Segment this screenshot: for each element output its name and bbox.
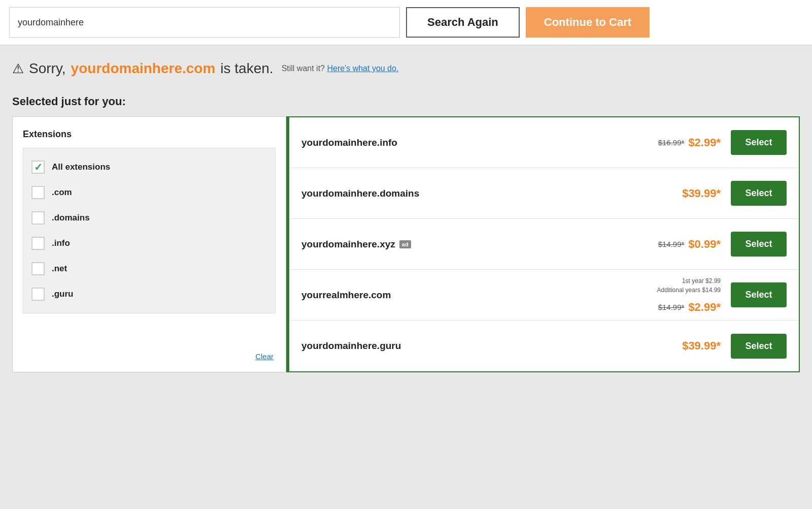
ext-item-guru[interactable]: .guru [31, 281, 267, 307]
ext-label-domains: .domains [52, 213, 90, 223]
old-price-realm: $14.99* [658, 303, 685, 311]
new-price-info: $2.99* [688, 136, 721, 149]
ext-item-domains[interactable]: .domains [31, 205, 267, 231]
extensions-panel: Extensions ✓ All extensions .com .domain… [12, 116, 286, 372]
search-input[interactable] [9, 7, 400, 38]
domains-panel: yourdomainhere.info $16.99* $2.99* Selec… [289, 116, 800, 372]
ext-label-info: .info [52, 238, 70, 248]
checkbox-com[interactable] [31, 186, 45, 199]
checkbox-net[interactable] [31, 262, 45, 275]
still-want-text: Still want it? Here's what you do. [282, 64, 399, 73]
taken-notice: ⚠ Sorry, yourdomainhere.com is taken. St… [0, 45, 812, 85]
continue-to-cart-button[interactable]: Continue to Cart [526, 7, 650, 38]
domain-row-realm: yourrealmhere.com 1st year $2.99Addition… [289, 270, 799, 321]
domain-name-info: yourdomainhere.info [301, 137, 658, 148]
domain-row-info: yourdomainhere.info $16.99* $2.99* Selec… [289, 117, 799, 168]
pricing-domains: $39.99* [682, 187, 721, 200]
checkbox-info[interactable] [31, 237, 45, 250]
select-button-guru[interactable]: Select [731, 334, 787, 359]
new-price-realm: $2.99* [688, 301, 721, 314]
clear-button[interactable]: Clear [255, 352, 274, 361]
checkbox-domains[interactable] [31, 211, 45, 225]
ext-label-all: All extensions [52, 162, 110, 172]
extensions-list: ✓ All extensions .com .domains .info [23, 148, 276, 313]
checkmark-all: ✓ [34, 161, 43, 173]
checkbox-guru[interactable] [31, 288, 45, 301]
main-content: Selected just for you: Extensions ✓ All … [0, 85, 812, 383]
domain-name-realm: yourrealmhere.com [301, 290, 657, 301]
taken-domain: yourdomainhere.com [71, 60, 216, 77]
ext-label-com: .com [52, 187, 72, 198]
pricing-info: $16.99* $2.99* [658, 136, 721, 149]
heres-what-link[interactable]: Here's what you do. [327, 64, 398, 73]
info-icon: ⚠ [12, 61, 24, 77]
domain-row-guru: yourdomainhere.guru $39.99* Select [289, 321, 799, 371]
sub-note-realm: 1st year $2.99Additional years $14.99 [657, 276, 721, 295]
ext-item-info[interactable]: .info [31, 231, 267, 256]
old-price-xyz: $14.99* [658, 240, 685, 248]
domain-name-guru: yourdomainhere.guru [301, 340, 682, 352]
old-price-info: $16.99* [658, 138, 685, 147]
select-button-info[interactable]: Select [731, 130, 787, 155]
domain-name-domains: yourdomainhere.domains [301, 188, 682, 199]
select-button-domains[interactable]: Select [731, 181, 787, 206]
taken-suffix: is taken. [220, 60, 273, 77]
domain-name-xyz: yourdomainhere.xyz ad [301, 239, 658, 250]
pricing-realm: 1st year $2.99Additional years $14.99 $1… [657, 276, 721, 314]
extensions-title: Extensions [23, 129, 276, 140]
search-input-wrapper [9, 7, 400, 38]
ext-item-com[interactable]: .com [31, 180, 267, 205]
ext-item-net[interactable]: .net [31, 256, 267, 281]
ad-badge: ad [399, 240, 411, 248]
ext-label-guru: .guru [52, 289, 74, 299]
select-button-xyz[interactable]: Select [731, 232, 787, 257]
domain-row-domains: yourdomainhere.domains $39.99* Select [289, 168, 799, 219]
select-button-realm[interactable]: Select [731, 282, 787, 307]
only-price-domains: $39.99* [682, 187, 721, 200]
only-price-guru: $39.99* [682, 339, 721, 353]
ext-label-net: .net [52, 264, 67, 274]
two-column-layout: Extensions ✓ All extensions .com .domain… [12, 116, 800, 372]
checkbox-all[interactable]: ✓ [31, 161, 45, 174]
search-again-button[interactable]: Search Again [406, 7, 520, 38]
new-price-xyz: $0.99* [688, 238, 721, 251]
ext-item-all[interactable]: ✓ All extensions [31, 154, 267, 180]
sorry-text: Sorry, [29, 60, 66, 77]
section-title: Selected just for you: [12, 95, 800, 108]
pricing-guru: $39.99* [682, 339, 721, 353]
pricing-xyz: $14.99* $0.99* [658, 238, 721, 251]
header: Search Again Continue to Cart [0, 0, 812, 45]
domain-row-xyz: yourdomainhere.xyz ad $14.99* $0.99* Sel… [289, 219, 799, 270]
